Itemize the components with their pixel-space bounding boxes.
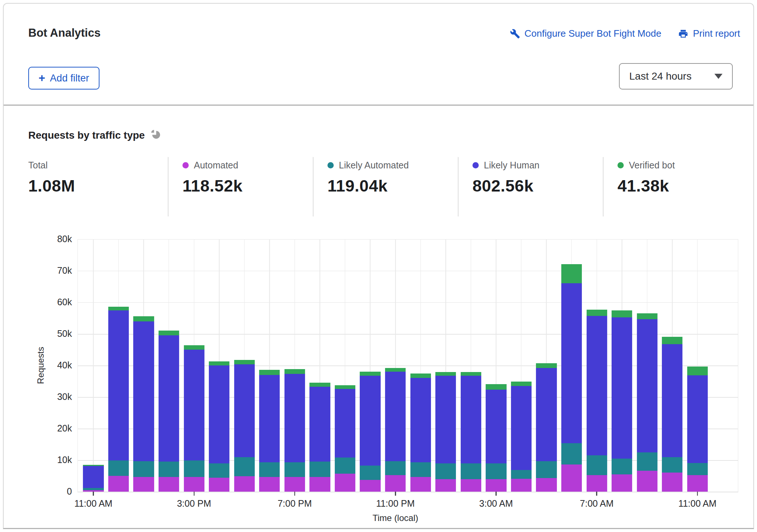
bar-segment-automated bbox=[461, 479, 481, 492]
x-tick-mark bbox=[193, 492, 195, 496]
bar-segment-automated bbox=[259, 477, 280, 492]
time-range-value: Last 24 hours bbox=[629, 70, 692, 82]
stacked-bar[interactable] bbox=[612, 239, 632, 492]
bar-slot bbox=[509, 239, 534, 492]
stacked-bar[interactable] bbox=[184, 239, 204, 492]
card-header: Bot Analytics Configure Super Bot Fight … bbox=[4, 4, 753, 106]
stacked-bar[interactable] bbox=[360, 239, 380, 492]
stacked-bar[interactable] bbox=[435, 239, 456, 492]
x-axis: 11:00 AM3:00 PM7:00 PM11:00 PM3:00 AM7:0… bbox=[81, 492, 710, 509]
bar-segment-automated bbox=[662, 473, 682, 492]
stacked-bar[interactable] bbox=[461, 239, 481, 492]
stacked-bar[interactable] bbox=[662, 239, 682, 492]
stacked-bar[interactable] bbox=[159, 239, 179, 492]
automated-dot bbox=[182, 162, 189, 168]
print-report-link[interactable]: Print report bbox=[678, 28, 740, 39]
bar-segment-likely-automated bbox=[259, 462, 280, 477]
add-filter-button[interactable]: + Add filter bbox=[28, 67, 99, 90]
y-tick-label: 20k bbox=[41, 423, 72, 434]
stacked-bar[interactable] bbox=[309, 239, 330, 492]
bar-segment-likely-human bbox=[536, 368, 557, 462]
stats-row: Total 1.08M Automated 118.52k Likely Aut… bbox=[4, 157, 753, 216]
bar-segment-verified-bot bbox=[612, 310, 632, 317]
stacked-bar[interactable] bbox=[83, 239, 104, 492]
time-range-select[interactable]: Last 24 hours bbox=[619, 63, 733, 90]
bar-segment-verified-bot bbox=[536, 363, 557, 368]
stacked-bar[interactable] bbox=[285, 239, 305, 492]
bar-segment-automated bbox=[511, 479, 532, 492]
add-filter-label: Add filter bbox=[50, 73, 89, 84]
bar-segment-verified-bot bbox=[259, 370, 280, 375]
bar-segment-automated bbox=[486, 479, 506, 492]
stat-automated-value: 118.52k bbox=[182, 176, 313, 196]
bar-segment-likely-human bbox=[461, 376, 481, 464]
bar-segment-automated bbox=[309, 477, 330, 492]
stacked-bar[interactable] bbox=[108, 239, 129, 492]
bar-segment-verified-bot bbox=[561, 264, 582, 283]
section-title-text: Requests by traffic type bbox=[28, 130, 145, 141]
bar-segment-likely-automated bbox=[133, 461, 154, 477]
stat-verified-bot: Verified bot 41.38k bbox=[603, 157, 753, 216]
stacked-bar[interactable] bbox=[687, 239, 708, 492]
stacked-bar[interactable] bbox=[234, 239, 255, 492]
stacked-bar[interactable] bbox=[536, 239, 557, 492]
bar-slot bbox=[257, 239, 282, 492]
stacked-bar[interactable] bbox=[410, 239, 431, 492]
bar-segment-verified-bot bbox=[586, 310, 607, 316]
bar-segment-automated bbox=[285, 477, 305, 492]
stacked-bar[interactable] bbox=[335, 239, 355, 492]
bar-slot bbox=[584, 239, 609, 492]
bar-slot bbox=[433, 239, 459, 492]
bar-segment-verified-bot bbox=[234, 360, 255, 365]
bar-segment-automated bbox=[561, 464, 582, 492]
stacked-bar[interactable] bbox=[561, 239, 582, 492]
bar-slot bbox=[609, 239, 635, 492]
stat-total: Total 1.08M bbox=[4, 157, 168, 216]
stat-automated: Automated 118.52k bbox=[168, 157, 313, 216]
bot-analytics-card: Bot Analytics Configure Super Bot Fight … bbox=[3, 3, 754, 529]
y-tick-label: 80k bbox=[41, 234, 72, 244]
bar-segment-verified-bot bbox=[360, 372, 380, 376]
bar-segment-automated bbox=[586, 475, 607, 492]
stacked-bar[interactable] bbox=[385, 239, 406, 492]
bar-segment-verified-bot bbox=[410, 374, 431, 378]
bar-segment-likely-human bbox=[184, 350, 204, 460]
bar-segment-likely-human bbox=[561, 283, 582, 444]
stacked-bar[interactable] bbox=[586, 239, 607, 492]
bar-segment-likely-automated bbox=[511, 470, 532, 479]
bar-segment-likely-human bbox=[662, 344, 682, 458]
bar-segment-likely-human bbox=[637, 319, 658, 452]
bar-segment-likely-automated bbox=[360, 466, 380, 480]
y-tick-label: 70k bbox=[41, 265, 72, 276]
bar-segment-likely-automated bbox=[435, 463, 456, 479]
bar-slot bbox=[81, 239, 106, 492]
bar-segment-verified-bot bbox=[309, 383, 330, 386]
stacked-bar[interactable] bbox=[511, 239, 532, 492]
bar-segment-verified-bot bbox=[461, 372, 481, 375]
bar-segment-verified-bot bbox=[637, 313, 658, 319]
bar-segment-likely-human bbox=[209, 365, 229, 463]
header-links: Configure Super Bot Fight Mode Print rep… bbox=[510, 28, 740, 39]
x-tick-label: 11:00 AM bbox=[74, 498, 112, 509]
y-tick-label: 30k bbox=[41, 391, 72, 402]
bar-segment-likely-human bbox=[486, 390, 506, 463]
stacked-bar[interactable] bbox=[133, 239, 154, 492]
bar-segment-likely-automated bbox=[662, 457, 682, 473]
bar-segment-likely-human bbox=[159, 335, 179, 462]
bar-segment-automated bbox=[335, 474, 355, 492]
bar-segment-verified-bot bbox=[385, 368, 406, 372]
stat-automated-label: Automated bbox=[194, 160, 238, 171]
bar-segment-automated bbox=[637, 471, 658, 492]
stacked-bar[interactable] bbox=[637, 239, 658, 492]
stacked-bar[interactable] bbox=[259, 239, 280, 492]
x-tick-mark bbox=[93, 492, 94, 496]
bar-segment-likely-human bbox=[612, 317, 632, 458]
x-tick-mark bbox=[697, 492, 698, 496]
stacked-bar[interactable] bbox=[209, 239, 229, 492]
bar-segment-automated bbox=[133, 477, 154, 492]
stacked-bar[interactable] bbox=[486, 239, 506, 492]
bar-slot bbox=[534, 239, 559, 492]
likely-human-dot bbox=[472, 162, 479, 168]
bar-slot bbox=[232, 239, 257, 492]
configure-super-bot-fight-mode-link[interactable]: Configure Super Bot Fight Mode bbox=[510, 28, 662, 39]
